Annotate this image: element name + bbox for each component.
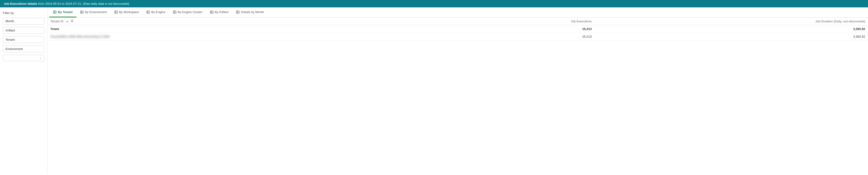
svg-rect-12 (147, 11, 150, 14)
sort-asc-icon[interactable]: ▲ (66, 20, 68, 23)
sidebar: Filter by Month Artifact Tenant Environm… (0, 7, 48, 174)
table-header-row: Tenant ID ▲ Job (48, 18, 868, 25)
table-icon-dbm (236, 10, 240, 14)
filter-environment[interactable]: Environment (3, 46, 44, 52)
svg-rect-16 (173, 11, 176, 14)
tabs-bar: By Tenant By Environment (48, 7, 868, 18)
filter-by-label: Filter by (3, 11, 44, 15)
tab-by-engine-label: By Engine (151, 10, 165, 14)
col-header-job-executions-label: Job Executions (570, 20, 591, 23)
totals-job-duration: 3,392.92 (595, 25, 868, 33)
tab-by-engine-cluster[interactable]: By Engine Cluster (169, 7, 206, 17)
col-header-job-executions: Job Executions (430, 18, 594, 25)
col-header-job-duration: Job Duration (Daily, non-discounted) (595, 18, 868, 25)
svg-rect-0 (53, 11, 56, 14)
table-icon-ws (115, 10, 118, 14)
table-icon-env (80, 10, 84, 14)
totals-job-executions: 15,213 (430, 25, 594, 33)
main-container: Filter by Month Artifact Tenant Environm… (0, 7, 868, 174)
svg-line-29 (72, 21, 73, 22)
table-container: Tenant ID ▲ Job (48, 18, 868, 174)
tab-details-by-month[interactable]: Details by Month (232, 7, 268, 17)
svg-rect-24 (237, 11, 239, 14)
tab-details-by-month-label: Details by Month (241, 10, 264, 14)
chevron-down-icon: ⌄ (40, 56, 42, 59)
totals-row: Totals 15,213 3,392.92 (48, 25, 868, 33)
tab-by-engine-cluster-label: By Engine Cluster (178, 10, 203, 14)
table-icon-eng (147, 10, 150, 14)
header-bar: Job Executions details from 2024-05-01 t… (0, 0, 868, 7)
tab-by-artifact[interactable]: By Artifact (206, 7, 232, 17)
filter-tenant[interactable]: Tenant (3, 36, 44, 43)
svg-rect-20 (210, 11, 213, 14)
table-icon-art (210, 10, 213, 14)
col-header-tenant-id[interactable]: Tenant ID ▲ (48, 18, 430, 25)
data-table: Tenant ID ▲ Job (48, 18, 868, 41)
filter-month[interactable]: Month (3, 18, 44, 25)
table-row: Tenant/9df01c-8948-4fb8-a1bce/e/bau/171d… (48, 33, 868, 41)
filter-section: Month Artifact Tenant Environment ⌄ (3, 18, 44, 61)
col-header-job-duration-label: Job Duration (Daily, non-discounted) (815, 20, 865, 23)
col-header-tenant-id-label: Tenant ID (50, 20, 64, 23)
tab-by-tenant-label: By Tenant (58, 10, 73, 14)
svg-rect-8 (115, 11, 118, 14)
tab-by-artifact-label: By Artifact (215, 10, 229, 14)
blurred-tenant-id: Tenant/9df01c-8948-4fb8-a1bce/e/bau/171d… (50, 35, 110, 38)
table-icon-ec (173, 10, 176, 14)
filter-artifact[interactable]: Artifact (3, 27, 44, 34)
header-note: (Raw daily data is not discounted) (83, 2, 129, 5)
tab-by-environment[interactable]: By Environment (76, 7, 111, 17)
row-job-executions: 15,213 (430, 33, 594, 41)
header-title-bold: Job Executions details (4, 2, 37, 5)
tab-by-tenant[interactable]: By Tenant (50, 7, 76, 17)
search-icon[interactable] (71, 20, 73, 23)
table-icon (53, 10, 57, 14)
svg-rect-4 (81, 11, 83, 14)
row-tenant-id: Tenant/9df01c-8948-4fb8-a1bce/e/bau/171d… (48, 33, 430, 41)
row-job-duration: 3,392.92 (595, 33, 868, 41)
tab-by-environment-label: By Environment (85, 10, 107, 14)
content-area: By Tenant By Environment (48, 7, 868, 174)
totals-label: Totals (48, 25, 430, 33)
tab-by-engine[interactable]: By Engine (143, 7, 169, 17)
filter-extra[interactable]: ⌄ (3, 55, 44, 61)
tab-by-workspace[interactable]: By Workspace (111, 7, 143, 17)
header-title-rest: from 2024-05-01 to 2024-07-21. (38, 2, 82, 5)
tab-by-workspace-label: By Workspace (119, 10, 139, 14)
